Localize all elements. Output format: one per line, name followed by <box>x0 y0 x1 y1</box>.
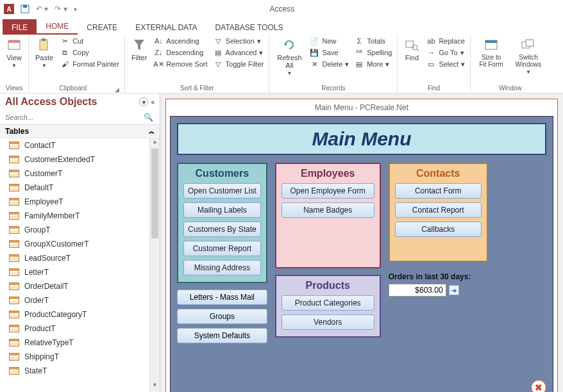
scroll-up-icon[interactable]: ▲ <box>150 138 160 149</box>
employees-btn-name-badges[interactable]: Name Badges <box>282 202 374 218</box>
table-icon <box>9 184 19 192</box>
toggle-filter-button[interactable]: ▽Toggle Filter <box>212 59 265 69</box>
goto-button[interactable]: →Go To ▾ <box>424 47 466 58</box>
find-button[interactable]: Find <box>401 36 422 83</box>
nav-item-groupxcustomert[interactable]: GroupXCustomerT <box>0 237 149 251</box>
tab-create[interactable]: CREATE <box>78 19 126 35</box>
nav-header-title[interactable]: All Access Objects <box>5 96 97 108</box>
nav-item-orderdetailt[interactable]: OrderDetailT <box>0 279 149 293</box>
nav-item-customert[interactable]: CustomerT <box>0 167 149 181</box>
totals-icon: Σ <box>354 37 364 45</box>
scroll-thumb[interactable] <box>151 149 158 238</box>
qat-undo-icon[interactable]: ↶ ▾ <box>36 4 48 13</box>
clipboard-dialog-launcher[interactable]: ◢ <box>113 86 121 93</box>
tab-home[interactable]: HOME <box>37 18 78 35</box>
copy-button[interactable]: ⧉Copy <box>58 47 121 58</box>
nav-item-label: EmployeeT <box>24 197 63 206</box>
employees-btn-open-employee-form[interactable]: Open Employee Form <box>282 183 374 199</box>
advanced-button[interactable]: ▤Advanced ▾ <box>212 47 265 58</box>
spelling-button[interactable]: ᴬᴮSpelling <box>353 47 393 58</box>
nav-item-contactt[interactable]: ContactT <box>0 138 149 152</box>
products-btn-product-categories[interactable]: Product Categories <box>282 295 374 311</box>
group-sortfilter: Filter A↓Ascending Z↓Descending A✕Remove… <box>125 35 270 93</box>
contacts-btn-contact-report[interactable]: Contact Report <box>395 202 482 218</box>
ascending-button[interactable]: A↓Ascending <box>152 36 208 46</box>
remove-sort-button[interactable]: A✕Remove Sort <box>152 59 208 69</box>
customers-btn-missing-address[interactable]: Missing Address <box>183 260 261 275</box>
orders-label: Orders in last 30 days: <box>389 272 488 281</box>
nav-search-input[interactable] <box>4 111 156 123</box>
descending-button[interactable]: Z↓Descending <box>152 47 208 58</box>
filter-button[interactable]: Filter <box>129 36 149 83</box>
customers-btn-mailing-labels[interactable]: Mailing Labels <box>183 202 261 218</box>
nav-item-label: ProductCategoryT <box>24 310 87 319</box>
nav-item-customerextendedt[interactable]: CustomerExtendedT <box>0 152 149 167</box>
totals-button[interactable]: ΣTotals <box>353 36 393 46</box>
nav-item-leadsourcet[interactable]: LeadSourceT <box>0 251 149 265</box>
main-menu-banner: Main Menu <box>177 123 546 155</box>
group-views: View ▼ Views <box>0 35 29 93</box>
nav-item-relativetypet[interactable]: RelativeTypeT <box>0 336 149 350</box>
customers-btn-customers-by-state[interactable]: Customers By State <box>183 222 261 237</box>
nav-item-defaultt[interactable]: DefaultT <box>0 181 149 195</box>
nav-item-familymembert[interactable]: FamilyMemberT <box>0 209 149 223</box>
contacts-btn-callbacks[interactable]: Callbacks <box>395 222 482 237</box>
extra-btn-groups[interactable]: Groups <box>177 309 267 324</box>
nav-item-lettert[interactable]: LetterT <box>0 265 149 279</box>
cut-button[interactable]: ✂Cut <box>58 36 121 46</box>
cut-icon: ✂ <box>60 37 70 45</box>
nav-item-groupt[interactable]: GroupT <box>0 223 149 237</box>
nav-item-statet[interactable]: StateT <box>0 364 149 378</box>
replace-button[interactable]: abReplace <box>424 36 466 46</box>
extra-btn-letters-mass-mail[interactable]: Letters - Mass Mail <box>177 290 267 305</box>
nav-item-productcategoryt[interactable]: ProductCategoryT <box>0 307 149 322</box>
nav-dropdown-icon[interactable]: ▾ <box>139 97 148 106</box>
more-button[interactable]: ▤More ▾ <box>353 59 393 69</box>
group-find-label: Find <box>401 83 466 93</box>
nav-item-shippingt[interactable]: ShippingT <box>0 350 149 364</box>
customers-btn-open-customer-list[interactable]: Open Customer List <box>183 183 261 199</box>
group-sortfilter-label: Sort & Filter <box>129 83 265 93</box>
selection-button[interactable]: ▽Selection ▾ <box>212 36 265 46</box>
paste-button[interactable]: Paste ▼ <box>33 36 56 83</box>
paste-label: Paste <box>35 54 53 61</box>
ribbon: View ▼ Views Paste ▼ ✂Cut ⧉Copy 🖌Format … <box>0 35 563 94</box>
products-btn-vendors[interactable]: Vendors <box>282 314 374 330</box>
nav-item-employeet[interactable]: EmployeeT <box>0 195 149 209</box>
customers-btn-customer-report[interactable]: Customer Report <box>183 241 261 256</box>
nav-scrollbar[interactable]: ▲ ▼ <box>149 138 160 392</box>
format-painter-icon: 🖌 <box>60 60 70 69</box>
qat-redo-icon[interactable]: ↷ ▾ <box>55 4 67 13</box>
extra-buttons: Letters - Mass MailGroupsSystem Defaults <box>177 290 267 392</box>
tab-file[interactable]: FILE <box>3 19 37 35</box>
toggle-filter-icon: ▽ <box>213 60 223 69</box>
refresh-all-button[interactable]: Refresh All ▼ <box>273 36 305 83</box>
save-record-button[interactable]: 💾Save <box>308 47 350 58</box>
new-record-button[interactable]: 📄New <box>308 36 350 46</box>
copy-icon: ⧉ <box>60 48 70 57</box>
nav-section-tables[interactable]: Tables ︽ <box>0 125 160 138</box>
qat-customize-icon[interactable]: ▾ <box>74 6 77 13</box>
section-collapse-icon[interactable]: ︽ <box>149 127 155 136</box>
tab-external-data[interactable]: EXTERNAL DATA <box>126 19 206 35</box>
search-icon[interactable]: 🔍 <box>144 113 153 122</box>
form-body: Main Menu Customers Open Customer ListMa… <box>170 116 553 392</box>
nav-item-label: LeadSourceT <box>24 254 71 263</box>
nav-item-productt[interactable]: ProductT <box>0 322 149 336</box>
delete-record-button[interactable]: ✕Delete ▾ <box>308 59 350 69</box>
switch-windows-button[interactable]: Switch Windows ▼ <box>510 36 546 83</box>
banner-title: Main Menu <box>178 128 545 150</box>
nav-item-ordert[interactable]: OrderT <box>0 293 149 307</box>
qat-save-icon[interactable] <box>21 4 29 13</box>
size-to-fit-button[interactable]: Size to Fit Form <box>475 36 508 83</box>
contacts-btn-contact-form[interactable]: Contact Form <box>395 183 482 199</box>
scroll-down-icon[interactable]: ▼ <box>150 382 160 392</box>
format-painter-button[interactable]: 🖌Format Painter <box>58 59 121 69</box>
close-form-button[interactable]: ✖ <box>531 380 546 392</box>
nav-collapse-icon[interactable]: « <box>151 99 155 106</box>
orders-goto-icon[interactable]: ➜ <box>449 285 459 295</box>
tab-database-tools[interactable]: DATABASE TOOLS <box>206 19 292 35</box>
view-button[interactable]: View ▼ <box>4 36 24 83</box>
select-button[interactable]: ▭Select ▾ <box>424 59 466 69</box>
extra-btn-system-defaults[interactable]: System Defaults <box>177 328 267 343</box>
